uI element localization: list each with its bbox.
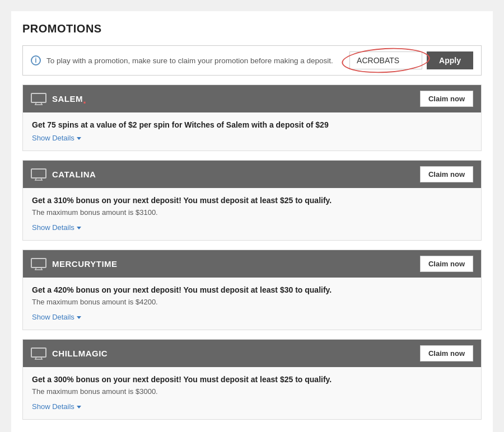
promo-card-header-catalina: CATALINA Claim now bbox=[23, 161, 481, 188]
show-details-link-mercurytime[interactable]: Show Details bbox=[32, 313, 81, 321]
promo-name-catalina: CATALINA bbox=[52, 170, 96, 179]
promo-name-chillmagic: CHILLMAGIC bbox=[52, 349, 108, 358]
claim-button-salem[interactable]: Claim now bbox=[420, 91, 473, 107]
show-details-link-chillmagic[interactable]: Show Details bbox=[32, 402, 81, 411]
promotions-list: SALEM. Claim now Get 75 spins at a value… bbox=[22, 84, 482, 420]
claim-button-mercurytime[interactable]: Claim now bbox=[420, 256, 473, 272]
promo-code-input-wrapper bbox=[349, 51, 422, 69]
apply-button[interactable]: Apply bbox=[427, 51, 473, 69]
promo-sub-text: The maximum bonus amount is $3000. bbox=[32, 387, 472, 396]
page-container: PROMOTIONS i To play with a promotion, m… bbox=[11, 11, 493, 432]
promo-card-catalina: CATALINA Claim now Get a 310% bonus on y… bbox=[22, 160, 482, 241]
promo-card-chillmagic: CHILLMAGIC Claim now Get a 300% bonus on… bbox=[22, 339, 482, 420]
promo-sub-text: The maximum bonus amount is $3100. bbox=[32, 208, 472, 217]
promo-code-input[interactable] bbox=[349, 51, 422, 69]
promo-header-left: MERCURYTIME bbox=[31, 258, 118, 270]
svg-rect-4 bbox=[31, 169, 46, 178]
promo-card-body-mercurytime: Get a 420% bonus on your next deposit! Y… bbox=[23, 278, 481, 330]
promo-main-text-catalina: Get a 310% bonus on your next deposit! Y… bbox=[32, 196, 472, 205]
chevron-down-icon bbox=[77, 406, 81, 408]
promo-main-text-mercurytime: Get a 420% bonus on your next deposit! Y… bbox=[32, 285, 472, 294]
monitor-icon bbox=[31, 348, 46, 360]
chevron-down-icon bbox=[77, 137, 81, 140]
promo-header-left: CHILLMAGIC bbox=[31, 348, 108, 360]
promo-name-salem: SALEM. bbox=[52, 94, 87, 104]
show-details-link-catalina[interactable]: Show Details bbox=[32, 223, 81, 232]
promo-card-header-salem: SALEM. Claim now bbox=[23, 85, 481, 112]
promo-main-text-chillmagic: Get a 300% bonus on your next deposit! Y… bbox=[32, 375, 472, 384]
promo-card-header-mercurytime: MERCURYTIME Claim now bbox=[23, 250, 481, 278]
promo-dot: . bbox=[83, 92, 87, 106]
svg-rect-0 bbox=[31, 93, 46, 102]
promo-card-body-catalina: Get a 310% bonus on your next deposit! Y… bbox=[23, 188, 481, 240]
promo-bar-left: i To play with a promotion, make sure to… bbox=[31, 55, 333, 65]
monitor-icon bbox=[31, 168, 46, 181]
svg-rect-12 bbox=[31, 348, 46, 357]
monitor-icon bbox=[31, 93, 46, 105]
promo-card-body-chillmagic: Get a 300% bonus on your next deposit! Y… bbox=[23, 367, 481, 419]
info-icon: i bbox=[31, 55, 41, 65]
svg-rect-8 bbox=[31, 259, 46, 267]
promo-bar-right: Apply bbox=[349, 51, 473, 69]
promo-card-header-chillmagic: CHILLMAGIC Claim now bbox=[23, 340, 481, 367]
monitor-icon bbox=[31, 258, 46, 270]
promo-header-left: CATALINA bbox=[31, 168, 96, 181]
claim-button-catalina[interactable]: Claim now bbox=[420, 166, 473, 182]
promo-card-body-salem: Get 75 spins at a value of $2 per spin f… bbox=[23, 112, 481, 151]
promo-bar-message: To play with a promotion, make sure to c… bbox=[46, 57, 333, 65]
promo-card-mercurytime: MERCURYTIME Claim now Get a 420% bonus o… bbox=[22, 250, 482, 330]
chevron-down-icon bbox=[77, 227, 81, 229]
promo-name-mercurytime: MERCURYTIME bbox=[52, 259, 118, 269]
claim-button-chillmagic[interactable]: Claim now bbox=[420, 345, 473, 361]
promo-card-salem: SALEM. Claim now Get 75 spins at a value… bbox=[22, 84, 482, 151]
promo-header-left: SALEM. bbox=[31, 93, 87, 105]
chevron-down-icon bbox=[77, 316, 81, 319]
promo-sub-text: The maximum bonus amount is $4200. bbox=[32, 298, 472, 306]
promo-bar: i To play with a promotion, make sure to… bbox=[22, 45, 482, 76]
show-details-link-salem[interactable]: Show Details bbox=[32, 134, 81, 142]
promo-main-text-salem: Get 75 spins at a value of $2 per spin f… bbox=[32, 120, 472, 129]
page-title: PROMOTIONS bbox=[22, 22, 482, 35]
